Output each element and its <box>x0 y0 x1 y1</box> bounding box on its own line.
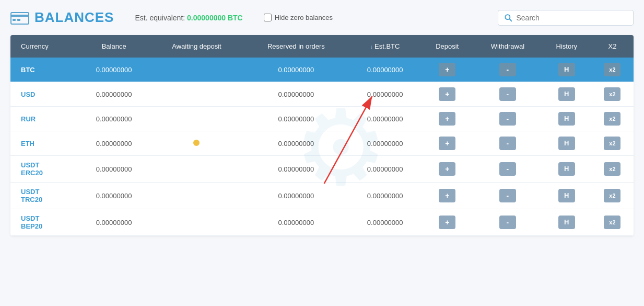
cell-currency: USD <box>10 82 78 107</box>
cell-x2: x2 <box>591 209 634 236</box>
cell-withdrawal: - <box>473 209 542 236</box>
svg-rect-1 <box>11 15 29 17</box>
balances-table: Currency Balance Awaiting deposit Reserv… <box>10 35 634 236</box>
cell-history: H <box>542 209 591 236</box>
svg-rect-2 <box>13 19 16 21</box>
svg-rect-0 <box>11 13 29 24</box>
page-title: BALANCES <box>34 9 114 26</box>
col-x2: X2 <box>591 35 634 58</box>
deposit-button[interactable]: + <box>439 162 455 176</box>
cell-est-btc: 0.00000000 <box>349 156 421 183</box>
currency-link[interactable]: USDTBEP20 <box>21 214 42 230</box>
table-row: USDTTRC200.000000000.000000000.00000000+… <box>10 183 634 209</box>
x2-button[interactable]: x2 <box>604 87 620 101</box>
history-button[interactable]: H <box>558 216 575 229</box>
currency-link[interactable]: RUR <box>21 115 36 123</box>
col-reserved-orders: Reserved in orders <box>243 35 349 58</box>
withdrawal-button[interactable]: - <box>499 216 516 229</box>
cell-deposit: + <box>421 183 473 209</box>
cell-currency: RUR <box>10 107 78 131</box>
cell-history: H <box>542 131 591 156</box>
history-button[interactable]: H <box>558 112 575 126</box>
cell-deposit: + <box>421 107 473 131</box>
cell-awaiting <box>150 183 243 209</box>
est-equivalent-label: Est. equivalent: 0.00000000 BTC <box>135 14 242 22</box>
hide-zero-balances: Hide zero balances <box>264 14 333 21</box>
cell-currency: BTC <box>10 58 78 82</box>
withdrawal-button[interactable]: - <box>499 63 516 76</box>
x2-button[interactable]: x2 <box>604 112 620 126</box>
withdrawal-button[interactable]: - <box>499 137 516 150</box>
deposit-button[interactable]: + <box>439 112 455 126</box>
table-row: ETH0.000000000.000000000.00000000+-Hx2 <box>10 131 634 156</box>
cell-history: H <box>542 82 591 107</box>
search-input[interactable] <box>516 14 627 22</box>
col-est-btc: ↓Est.BTC <box>349 35 421 58</box>
cell-x2: x2 <box>591 107 634 131</box>
table-row: USDTBEP200.000000000.000000000.00000000+… <box>10 209 634 236</box>
header-logo: BALANCES <box>10 9 114 26</box>
withdrawal-button[interactable]: - <box>499 189 516 202</box>
pending-dot <box>193 140 200 146</box>
deposit-button[interactable]: + <box>439 87 455 101</box>
x2-button[interactable]: x2 <box>604 216 620 229</box>
cell-awaiting <box>150 209 243 236</box>
cell-x2: x2 <box>591 131 634 156</box>
currency-link[interactable]: USDTTRC20 <box>21 188 42 203</box>
x2-button[interactable]: x2 <box>604 189 620 202</box>
deposit-button[interactable]: + <box>439 63 455 76</box>
cell-history: H <box>542 156 591 183</box>
table-header-row: Currency Balance Awaiting deposit Reserv… <box>10 35 634 58</box>
cell-awaiting <box>150 131 243 156</box>
cell-x2: x2 <box>591 183 634 209</box>
cell-reserved: 0.00000000 <box>243 58 349 82</box>
cell-history: H <box>542 183 591 209</box>
cell-deposit: + <box>421 82 473 107</box>
history-button[interactable]: H <box>558 87 575 101</box>
deposit-button[interactable]: + <box>439 137 455 150</box>
search-icon <box>505 14 512 22</box>
cell-withdrawal: - <box>473 156 542 183</box>
currency-link[interactable]: USD <box>21 90 35 98</box>
currency-link[interactable]: USDTERC20 <box>21 161 43 177</box>
cell-est-btc: 0.00000000 <box>349 82 421 107</box>
history-button[interactable]: H <box>558 162 575 176</box>
cell-balance: 0.00000000 <box>78 209 150 236</box>
deposit-button[interactable]: + <box>439 216 455 229</box>
x2-button[interactable]: x2 <box>604 137 620 150</box>
table-row: USDTERC200.000000000.000000000.00000000+… <box>10 156 634 183</box>
history-button[interactable]: H <box>558 137 575 150</box>
search-box <box>498 10 634 26</box>
cell-withdrawal: - <box>473 82 542 107</box>
cell-balance: 0.00000000 <box>78 107 150 131</box>
currency-link[interactable]: BTC <box>21 66 35 74</box>
cell-reserved: 0.00000000 <box>243 131 349 156</box>
col-currency: Currency <box>10 35 78 58</box>
cell-est-btc: 0.00000000 <box>349 183 421 209</box>
cell-est-btc: 0.00000000 <box>349 107 421 131</box>
cell-deposit: + <box>421 58 473 82</box>
cell-awaiting <box>150 82 243 107</box>
x2-button[interactable]: x2 <box>604 162 620 176</box>
x2-button[interactable]: x2 <box>604 63 620 76</box>
deposit-button[interactable]: + <box>439 189 455 202</box>
currency-link[interactable]: ETH <box>21 140 34 148</box>
withdrawal-button[interactable]: - <box>499 162 516 176</box>
hide-zero-checkbox[interactable] <box>264 14 272 21</box>
history-button[interactable]: H <box>558 189 575 202</box>
history-button[interactable]: H <box>558 63 575 76</box>
svg-line-5 <box>509 19 511 21</box>
svg-rect-3 <box>17 19 20 21</box>
cell-reserved: 0.00000000 <box>243 107 349 131</box>
col-deposit: Deposit <box>421 35 473 58</box>
withdrawal-button[interactable]: - <box>499 112 516 126</box>
hide-zero-label: Hide zero balances <box>275 14 333 21</box>
col-awaiting-deposit: Awaiting deposit <box>150 35 243 58</box>
cell-awaiting <box>150 156 243 183</box>
col-balance: Balance <box>78 35 150 58</box>
table-row: RUR0.000000000.000000000.00000000+-Hx2 <box>10 107 634 131</box>
cell-reserved: 0.00000000 <box>243 209 349 236</box>
withdrawal-button[interactable]: - <box>499 87 516 101</box>
cell-deposit: + <box>421 156 473 183</box>
cell-reserved: 0.00000000 <box>243 156 349 183</box>
